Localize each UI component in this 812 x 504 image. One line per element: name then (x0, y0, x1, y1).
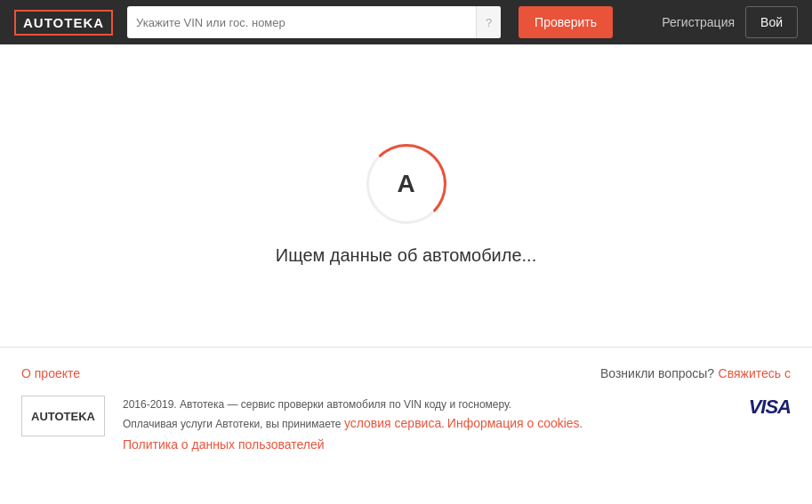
nav-right: Регистрация Вой (662, 6, 798, 38)
visa-logo: VISA (749, 396, 791, 419)
about-link[interactable]: О проекте (21, 366, 80, 380)
footer-top: О проекте Возникли вопросы? Свяжитесь с (21, 365, 791, 381)
search-area: ? (127, 6, 501, 38)
footer-question-text: Возникли вопросы? (600, 366, 714, 380)
terms-link[interactable]: условия сервиса (344, 416, 441, 430)
footer-visa: VISA (749, 396, 791, 419)
register-link[interactable]: Регистрация (662, 15, 735, 29)
login-button[interactable]: Вой (745, 6, 798, 38)
loading-text: Ищем данные об автомобиле... (276, 245, 536, 266)
footer-desc-line2-mid: . (441, 418, 447, 430)
search-input[interactable] (127, 6, 476, 38)
footer-logo: AUTOTEKA (21, 396, 105, 436)
footer-description: 2016-2019. Автотека — сервис проверки ав… (123, 396, 731, 456)
policy-link[interactable]: Политика о данных пользователей (123, 437, 325, 452)
main-content: A Ищем данные об автомобиле... (0, 44, 812, 347)
footer: О проекте Возникли вопросы? Свяжитесь с … (0, 347, 812, 470)
footer-bottom: AUTOTEKA 2016-2019. Автотека — сервис пр… (21, 396, 791, 456)
footer-desc-line2-suffix: . (580, 418, 583, 430)
footer-desc-line1: 2016-2019. Автотека — сервис проверки ав… (123, 398, 511, 411)
spinner-letter: A (397, 170, 414, 198)
check-button[interactable]: Проверить (519, 6, 613, 38)
header: AUTOTEKA ? Проверить Регистрация Вой (0, 0, 812, 44)
cookies-link[interactable]: Информация о cookies (447, 416, 580, 430)
footer-question-area: Возникли вопросы? Свяжитесь с (600, 365, 791, 381)
logo: AUTOTEKA (14, 10, 113, 36)
footer-desc-line2-prefix: Оплачивая услуги Автотеки, вы принимаете (123, 418, 344, 430)
help-icon[interactable]: ? (476, 6, 501, 38)
contact-link[interactable]: Свяжитесь с (719, 366, 791, 380)
spinner: A (366, 144, 446, 224)
